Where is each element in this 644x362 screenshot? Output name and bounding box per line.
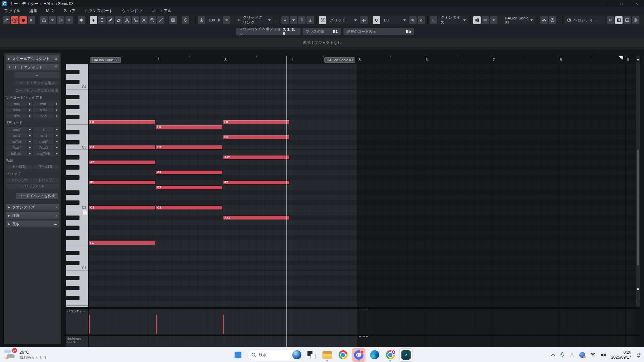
- chord-button-sus2[interactable]: sus2: [33, 107, 54, 113]
- chord-arrow-button[interactable]: ▶: [28, 139, 33, 144]
- piano-key[interactable]: [66, 301, 88, 306]
- chord-arrow-button[interactable]: ▶: [54, 133, 59, 138]
- chord-arrow-button[interactable]: ▶: [28, 101, 33, 107]
- drop-button--3[interactable]: ドロップ3: [33, 178, 59, 183]
- piano-key[interactable]: C1: [66, 265, 88, 270]
- chord-arrow-button[interactable]: ▶: [28, 133, 33, 138]
- piano-key[interactable]: [66, 195, 88, 200]
- chord-arrow-button[interactable]: ▶: [28, 151, 33, 156]
- midi-note-A#1-bar3[interactable]: A#1: [223, 216, 289, 220]
- mouse-time-position-box[interactable]: マウスのタイムポジション7. 3. 3. 0: [236, 28, 301, 35]
- part-edit-mode-icon[interactable]: [473, 16, 481, 24]
- zoom-in-button[interactable]: +: [636, 299, 640, 304]
- piano-key[interactable]: [66, 190, 88, 195]
- piano-key[interactable]: [66, 180, 88, 185]
- part-mode-dropdown[interactable]: [490, 16, 497, 24]
- piano-key[interactable]: [66, 130, 88, 135]
- piano-key[interactable]: [66, 291, 88, 296]
- notification-bell-icon[interactable]: zz: [636, 352, 641, 358]
- chord-arrow-button[interactable]: ▶: [28, 107, 33, 113]
- controller-lane-label[interactable]: BrightnessCC 74: [66, 336, 89, 347]
- pin-icon[interactable]: [3, 16, 10, 24]
- drop-button--2[interactable]: ドロップ2: [6, 178, 32, 183]
- menu-マニュアル[interactable]: マニュアル: [151, 8, 171, 14]
- piano-key[interactable]: [66, 220, 88, 225]
- chord-button-min7[interactable]: min7: [6, 133, 28, 138]
- piano-key[interactable]: [66, 165, 88, 170]
- add-chord-track-button[interactable]: コードトラックを追加: [14, 80, 59, 86]
- record-in-editor-button[interactable]: [19, 16, 27, 24]
- chord-button-7sus4[interactable]: 7sus4: [6, 145, 28, 150]
- mouse-value-box[interactable]: マウスの値B1: [303, 28, 341, 35]
- event-colors-field[interactable]: ベロシティー: [565, 16, 605, 24]
- chord-button-aug[interactable]: aug: [33, 113, 54, 119]
- piano-key[interactable]: C4: [66, 84, 88, 89]
- insert-velocity-field[interactable]: 100: [206, 16, 222, 24]
- split-tool[interactable]: [123, 16, 131, 24]
- midi-note-A#2-bar3[interactable]: A#2: [223, 155, 289, 160]
- drop-2-4-button[interactable]: ドロップ2 + 4: [6, 184, 59, 189]
- piano-key[interactable]: [66, 250, 88, 255]
- iterative-quantize-icon[interactable]: %: [409, 16, 417, 24]
- velocity-lane-label[interactable]: ベロシティー: [66, 309, 89, 335]
- tray-chevron-up-icon[interactable]: [550, 352, 555, 358]
- mute-tool[interactable]: [140, 16, 148, 24]
- quantize-panel-icon[interactable]: e: [418, 16, 425, 24]
- chord-arrow-button[interactable]: ▶: [28, 113, 33, 119]
- length-more-dots[interactable]: ⋮: [274, 19, 277, 21]
- chrome-profile-icon[interactable]: [384, 348, 397, 362]
- piano-key[interactable]: [66, 155, 88, 160]
- current-chord-box[interactable]: 現在のコード表示Bb: [343, 28, 414, 35]
- chrome-icon[interactable]: [336, 348, 350, 362]
- maximize-button[interactable]: □: [621, 1, 623, 6]
- chord-arrow-button[interactable]: ▶: [54, 101, 59, 107]
- menu-トランスポート[interactable]: トランスポート: [84, 8, 113, 14]
- menu-MIDI[interactable]: MIDI: [46, 8, 54, 13]
- piano-key[interactable]: [66, 160, 88, 165]
- menu-編集[interactable]: 編集: [29, 8, 37, 14]
- piano-key[interactable]: C3: [66, 145, 88, 150]
- chord-button-min6[interactable]: min6: [33, 133, 54, 138]
- piano-key[interactable]: [66, 175, 88, 180]
- step-input-icon[interactable]: [540, 16, 548, 24]
- autoscroll-icon[interactable]: [57, 16, 64, 24]
- nudge-start-right-icon[interactable]: [290, 16, 297, 24]
- piano-key[interactable]: [66, 115, 88, 120]
- piano-keyboard[interactable]: C4C3C2C1: [66, 64, 89, 307]
- controller-lane[interactable]: [89, 336, 635, 347]
- piano-key[interactable]: [66, 255, 88, 260]
- ruler-zoom-control[interactable]: [636, 56, 640, 64]
- chord-arrow-button[interactable]: ▶: [28, 145, 33, 150]
- piano-key[interactable]: [66, 210, 88, 215]
- piano-key[interactable]: [66, 100, 88, 105]
- nudge-start-left-icon[interactable]: [281, 16, 289, 24]
- piano-key[interactable]: [66, 240, 88, 245]
- mouse-position-icon[interactable]: [40, 16, 48, 24]
- piano-key[interactable]: [66, 230, 88, 235]
- piano-key[interactable]: [66, 150, 88, 155]
- midi-note-C3-bar1[interactable]: C3: [89, 145, 155, 149]
- glue-tool[interactable]: [132, 16, 139, 24]
- timeline-ruler[interactable]: HALion Sonic 03 HALion Sonic 03 23456789: [89, 56, 640, 64]
- setup-toolbar-gear-icon[interactable]: [632, 16, 639, 24]
- volume-icon[interactable]: [600, 352, 607, 358]
- left-zone-toggle-icon[interactable]: [615, 16, 623, 24]
- piano-key[interactable]: [66, 225, 88, 230]
- chord-button-min-[interactable]: min.: [33, 101, 54, 107]
- piano-key[interactable]: [66, 200, 88, 205]
- piano-key[interactable]: [66, 95, 88, 100]
- discord-icon-notification[interactable]: [352, 348, 366, 362]
- piano-key[interactable]: [66, 79, 88, 84]
- menu-ファイル[interactable]: ファイル: [4, 8, 20, 14]
- menu-ウィンドウ[interactable]: ウィンドウ: [122, 8, 142, 14]
- task-view-button[interactable]: [305, 348, 318, 362]
- people-icon[interactable]: [569, 352, 575, 358]
- wifi-icon[interactable]: [590, 352, 596, 358]
- chord-arrow-button[interactable]: ▶: [54, 145, 59, 150]
- chord-button-dim[interactable]: dim: [6, 113, 28, 119]
- midi-note-C3-bar2[interactable]: C3: [156, 145, 222, 149]
- part-layers-icon[interactable]: [482, 16, 489, 24]
- length-quantize-link-field[interactable]: グリッドにリンク: [235, 16, 273, 24]
- independent-loop-icon[interactable]: [182, 16, 189, 24]
- vertical-scrollbar[interactable]: +: [636, 64, 640, 307]
